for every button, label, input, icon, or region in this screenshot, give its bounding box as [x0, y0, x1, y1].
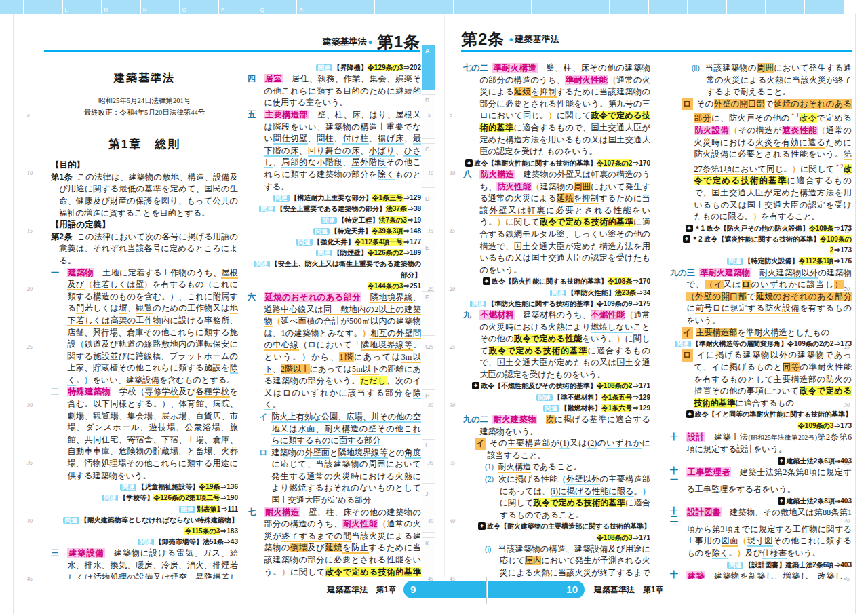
- line-number: 10: [428, 170, 433, 176]
- section-label: 【用語の定義】: [51, 219, 238, 231]
- page-right-edge: [855, 14, 856, 614]
- top-index-tab[interactable]: [414, 0, 453, 14]
- article-paragraph: 第2条この法律において次の各号に掲げる用語の意義は、それぞれ当該各号に定めるとこ…: [51, 231, 238, 267]
- law-item: 八防火構造 建築物の外壁又は軒裏の構造のうち、防火性能（建築物の周囲において発生…: [463, 169, 650, 276]
- top-index-tab[interactable]: [805, 0, 844, 14]
- law-item: 九の二耐火建築物 次に掲げる基準に適合する建築物をいう。: [463, 414, 650, 438]
- left-running-title: 建築基準法: [322, 37, 366, 47]
- side-tab-letter: I: [425, 442, 427, 448]
- left-footer-title: 建築基準法 第1章: [248, 584, 397, 596]
- item-number: 七の二: [463, 62, 488, 75]
- item-number: 九の三: [670, 267, 695, 280]
- law-item: 五主要構造部 壁、柱、床、はり、屋根又は階段をいい、建築物の構造上重要でない間仕…: [248, 109, 421, 193]
- law-item: 十設計 建築士法(昭和25年法律第202号)第2条第6項に規定する設計をいう。: [670, 431, 852, 456]
- top-index-tab-R[interactable]: R: [297, 0, 336, 14]
- page-left-edge: [13, 14, 14, 614]
- top-index-tab[interactable]: [454, 0, 492, 14]
- law-item: ロその外壁の開口部で延焼のおそれのある部分に、防火戸その他の＊1政令で定める防火…: [682, 98, 852, 223]
- line-number: 40: [27, 518, 33, 524]
- left-header-rule: [44, 50, 420, 52]
- left-page-column-2: 関連【昇降機】令129条の3⇒202四居室 居住、執務、作業、集会、娯楽その他こ…: [248, 62, 421, 579]
- side-index-tab-A[interactable]: A: [422, 45, 435, 90]
- side-tab-letter: E: [425, 244, 429, 251]
- top-index-tab[interactable]: [532, 0, 570, 14]
- top-index-tab[interactable]: [492, 0, 531, 14]
- top-index-tab[interactable]: [24, 0, 62, 14]
- reference-line: 関連【児童福祉施設等】令19条⇒136: [51, 482, 238, 493]
- line-number: 35: [428, 460, 433, 466]
- reference-line: 関連別表第1⇒111: [51, 504, 238, 515]
- side-index-tab-C[interactable]: C: [422, 143, 435, 188]
- chapter-heading: 第1章 総則: [51, 138, 238, 151]
- line-number: 20: [450, 286, 455, 292]
- reference-line: 関連【準不燃材料】令1条五号⇒129: [463, 392, 650, 403]
- line-number: 15: [450, 228, 455, 234]
- top-index-tab-bar: LMNOPQR: [0, 0, 868, 14]
- side-index-tab-F[interactable]: F: [422, 291, 435, 336]
- left-page-number-badge: 9: [403, 581, 486, 598]
- line-number: 35: [450, 460, 455, 466]
- top-index-tab[interactable]: [649, 0, 688, 14]
- item-number: ロ: [682, 98, 692, 111]
- law-item: 七の二準耐火構造 壁、柱、床その他の建築物の部分の構造のうち、準耐火性能（通常の…: [463, 62, 650, 158]
- reference-line: 関連【安全上重要である建築物の部分】法37条⇒38: [248, 204, 421, 214]
- item-number: 二: [51, 386, 67, 398]
- side-index-tab-J[interactable]: J: [422, 488, 435, 533]
- law-item: 三建築設備 建築物に設ける電気、ガス、給水、排水、換気、暖房、冷房、消火、排煙若…: [51, 548, 238, 579]
- item-number: (1): [485, 461, 498, 474]
- top-index-tab[interactable]: [0, 0, 23, 14]
- top-index-tab-O[interactable]: O: [180, 0, 218, 14]
- line-number: 10: [450, 170, 455, 176]
- item-number: 三: [51, 548, 67, 560]
- top-index-tab-P[interactable]: P: [219, 0, 258, 14]
- line-number: 5: [428, 112, 431, 118]
- item-number: 十二: [670, 507, 678, 524]
- top-index-tab-L[interactable]: L: [63, 0, 102, 14]
- reference-line: 関連【難燃材料】令1条六号⇒129: [463, 403, 650, 414]
- reference-line: 令109条の3⇒173: [670, 421, 852, 431]
- top-index-tab[interactable]: [688, 0, 726, 14]
- reference-line: 関連【特定工程】法7条の3⇒19: [248, 215, 421, 226]
- line-number: 25: [450, 344, 455, 350]
- line-number: 35: [27, 460, 33, 466]
- section-label: 【目的】: [51, 159, 238, 172]
- side-tab-letter: A: [425, 47, 430, 54]
- top-index-tab[interactable]: [610, 0, 648, 14]
- reference-line: 関連【卸売市場等】法51条⇒43: [51, 537, 238, 548]
- book-viewer: { "top_tab_letters": ["","","L","M","N",…: [0, 0, 868, 614]
- top-index-tab[interactable]: [766, 0, 804, 14]
- reference-line: 関連【設計図書】建築士法2条6項⇒403: [670, 560, 852, 571]
- law-item: 十二設計図書 建築物、その敷地又は第88条第1項から第3項までに規定する工作物に…: [670, 507, 852, 560]
- top-index-tab[interactable]: [375, 0, 414, 14]
- line-number: 30: [450, 402, 455, 408]
- footer-divider: [486, 577, 487, 604]
- side-index-tab-H[interactable]: H: [422, 389, 435, 434]
- left-page-column-1: 建築基準法 昭和25年5月24日法律第201号 最終改正：令和4年5月20日法律…: [51, 62, 238, 579]
- bullet-icon: ●: [366, 37, 374, 47]
- top-index-tab-N[interactable]: N: [141, 0, 180, 14]
- reference-line: 令108条の3⇒171: [463, 533, 650, 543]
- top-index-tab-Q[interactable]: Q: [258, 0, 297, 14]
- right-running-title: 建築基準法: [515, 34, 559, 44]
- reference-line: 関連【準耐火構造等の層間変形角】令109条の2の2⇒173: [670, 339, 852, 349]
- reference-line: 建築士法2条6項⇒403: [670, 456, 852, 467]
- top-index-tab[interactable]: [570, 0, 609, 14]
- top-index-tab[interactable]: [727, 0, 766, 14]
- top-index-tab-M[interactable]: M: [102, 0, 140, 14]
- reference-line: ＊2 政令【遮炎性能に関する技術的基準】令109条の2⇒173: [670, 234, 852, 256]
- item-number: 八: [463, 169, 479, 181]
- right-page-column-2: (ii)当該建築物の周囲において発生する通常の火災による火熱に当該火災が終了する…: [670, 62, 852, 579]
- law-enacted-date: 昭和25年5月24日法律第201号: [51, 95, 238, 107]
- side-tab-letter: H: [425, 392, 430, 399]
- item-number: イ: [475, 438, 486, 450]
- top-index-tab[interactable]: [336, 0, 375, 14]
- law-item: イ主要構造部を準耐火構造としたもの: [682, 327, 852, 339]
- item-number: 十一: [670, 467, 678, 484]
- top-tab-letter: L: [65, 7, 68, 13]
- reference-line: 政令【不燃性能及びその技術的基準】令108条の2⇒171: [463, 381, 650, 391]
- law-item: (2)次に掲げる性能（外壁以外の主要構造部にあっては、(i)に掲げる性能に限る。…: [485, 474, 650, 521]
- article-paragraph: 第1条この法律は、建築物の敷地、構造、設備及び用途に関する最低の基準を定めて、国…: [51, 172, 238, 219]
- reference-line: 関連【特定防火設備】令112条1項⇒176: [670, 256, 852, 267]
- item-number: 一: [51, 267, 67, 280]
- side-index-tab-E[interactable]: E: [422, 242, 435, 286]
